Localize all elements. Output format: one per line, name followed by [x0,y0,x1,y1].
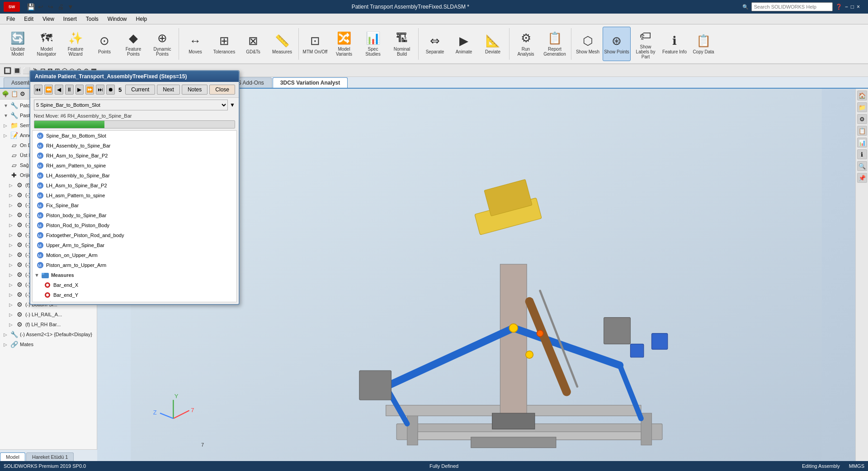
feature-points-button[interactable]: ◆ Feature Points [119,27,147,61]
undo-icon[interactable]: ↩ [36,2,45,11]
tree-measure-bar-y[interactable]: Bar_end_Y [33,290,236,300]
window-title: Patient Transport AssemblyTreeFixed.SLDA… [79,4,742,10]
right-icon-2[interactable]: 📁 [857,102,867,112]
tree-item-spine-bar[interactable]: M Spine_Bar_to_Bottom_Slot [33,131,236,141]
tree-item-fix-spine[interactable]: M Fix_Spine_Bar [33,200,236,210]
moves-button[interactable]: ↔ Moves [181,27,209,61]
next-button[interactable]: Next [157,85,180,95]
menu-file[interactable]: File [2,15,19,23]
tree-item-rh-asm-p2[interactable]: M RH_Asm_to_Spine_Bar_P2 [33,151,236,161]
right-icon-1[interactable]: 🏠 [857,90,867,100]
show-labels-icon: 🏷 [640,29,651,43]
tab-3dcs-analyst[interactable]: 3DCS Variation Analyst [273,77,348,88]
part-icon-13: ⚙ [15,300,24,309]
show-mesh-button[interactable]: ⬡ Show Mesh [574,27,602,61]
nominal-build-button[interactable]: 🏗 Nominal Build [388,27,416,61]
dropdown-arrow-icon: ▼ [230,102,235,108]
part-icon-4: ⚙ [15,211,24,219]
minimize-button[interactable]: − [845,4,848,10]
tree-item-lh-assembly[interactable]: M LH_Assembly_to_Spine_Bar [33,171,236,181]
tree-icon-2[interactable]: 📋 [11,90,18,97]
tree-measure-bar-x[interactable]: Bar_end_X [33,280,236,290]
close-button[interactable]: × [857,4,860,10]
model-variants-button[interactable]: 🔀 Model Variants [330,27,358,61]
menu-edit[interactable]: Edit [19,15,38,23]
animate-button[interactable]: ▶ Animate [450,27,478,61]
search-input[interactable] [751,2,833,11]
pause-button[interactable]: ⏸ [65,85,74,95]
spec-studies-button[interactable]: 📊 Spec Studies [359,27,387,61]
feature-info-button[interactable]: ℹ Feature Info [660,27,689,61]
right-icon-8[interactable]: 📌 [857,173,867,183]
step-tree[interactable]: M Spine_Bar_to_Bottom_Slot M RH_Assembly… [32,130,237,302]
measures-group[interactable]: ▼ Measures [33,270,236,280]
search-box-label: 🔍 [742,4,749,10]
view-icon-1[interactable]: 🔲 [4,67,11,74]
separate-button[interactable]: ⇔ Separate [421,27,449,61]
measures-expand-icon: ▼ [34,272,39,278]
measures-button[interactable]: 📏 Measures [268,27,296,61]
tree-item-piston-arm[interactable]: M Piston_arm_to_Upper_Arm [33,260,236,270]
notes-button[interactable]: Notes [182,85,208,95]
view-icon-2[interactable]: 🔳 [13,67,21,74]
tree-item-piston-rod[interactable]: M Piston_Rod_to_Piston_Body [33,220,236,230]
feature-wizard-button[interactable]: ✨ Feature Wizard [61,27,90,61]
right-icon-6[interactable]: ℹ [857,149,867,159]
report-generation-button[interactable]: 📋 Report Generation [541,27,569,61]
tab-hareket[interactable]: Hareket Etüdü 1 [26,452,74,461]
sidebar-item-lh-rh-bar[interactable]: ▷ ⚙ (f) LH_RH Bar... [2,319,95,329]
sidebar-item-mates[interactable]: ▷ 🔗 Mates [2,339,95,349]
tree-icon-1[interactable]: 🌳 [2,90,9,97]
menu-tools[interactable]: Tools [81,15,103,23]
step-dropdown[interactable]: 1 Init2 Step23 Step34 Step45 Spine_Bar_t… [34,100,228,110]
update-model-button[interactable]: 🔄 Update Model [4,27,32,61]
tree-item-rh-assembly[interactable]: M RH_Assembly_to_Spine_Bar [33,141,236,151]
right-icon-4[interactable]: 📋 [857,126,867,136]
run-analysis-button[interactable]: ⚙ Run Analysis [512,27,540,61]
right-icon-3[interactable]: ⚙ [857,114,867,124]
model-navigator-button[interactable]: 🗺 Model Navigator [33,27,61,61]
tree-item-upper-arm[interactable]: M Upper_Arm_to_Spine_Bar [33,240,236,250]
show-points-button[interactable]: ⊛ Show Points [603,27,631,61]
tolerances-button[interactable]: ⊞ Tolerances [210,27,238,61]
tab-model[interactable]: Model [0,452,25,461]
record-button[interactable]: ⏺ [106,85,115,95]
mtm-button[interactable]: ⊡ MTM On/Off [301,27,329,61]
right-icon-5[interactable]: 📊 [857,138,867,147]
close-button[interactable]: Close [209,85,235,95]
menu-window[interactable]: Window [103,15,132,23]
points-button[interactable]: ⊙ Points [90,27,118,61]
maximize-button[interactable]: □ [851,4,854,10]
tree-item-motion-upper[interactable]: M Motion_on_Upper_Arm [33,250,236,260]
play-prev-button[interactable]: ◀ [55,85,63,95]
copy-data-button[interactable]: 📋 Copy Data [689,27,717,61]
play-prev-step-button[interactable]: ⏪ [44,85,53,95]
menu-insert[interactable]: Insert [59,15,81,23]
play-next-button[interactable]: ▶ [75,85,84,95]
sidebar-item-assem2[interactable]: ▷ 🔧 (-) Assem2<1> {Default<Display} [2,329,95,339]
menu-help[interactable]: Help [132,15,152,23]
tree-measure-angle[interactable]: Angle_btw_bars [33,300,236,302]
options-icon[interactable]: ▼ [66,2,75,11]
gdt-button[interactable]: ⊠ GD&Ts [239,27,267,61]
redo-icon[interactable]: ↪ [46,2,55,11]
tree-item-lh-asm-p2[interactable]: M LH_Asm_to_Spine_Bar_P2 [33,181,236,190]
play-first-button[interactable]: ⏮ [34,85,42,95]
deviate-button[interactable]: 📐 Deviate [479,27,507,61]
right-icon-7[interactable]: 🔍 [857,161,867,171]
sidebar-item-lh-rail[interactable]: ▷ ⚙ (-) LH_RAIL_A... [2,309,95,319]
menu-view[interactable]: View [38,15,59,23]
play-last-button[interactable]: ⏭ [96,85,104,95]
show-labels-button[interactable]: 🏷 Show Labels by Part [632,27,660,61]
tree-item-piston-body[interactable]: M Piston_body_to_Spine_Bar [33,210,236,220]
dynamic-points-button[interactable]: ⊕ Dynamic Points [148,27,176,61]
tree-item-fixtogether[interactable]: M Fixtogether_Piston_Rod_and_body [33,230,236,240]
play-next-step-button[interactable]: ⏩ [85,85,94,95]
tree-icon-3[interactable]: ⚙ [20,90,25,97]
tree-item-lh-asm-pattern[interactable]: M LH_asm_Pattern_to_spine [33,190,236,200]
current-button[interactable]: Current [125,85,155,95]
tree-item-rh-asm-pattern[interactable]: M RH_asm_Pattern_to_spine [33,161,236,171]
print-icon[interactable]: 🖨 [56,2,65,11]
solidworks-logo: SW [4,2,20,12]
save-icon[interactable]: 💾 [26,2,35,11]
